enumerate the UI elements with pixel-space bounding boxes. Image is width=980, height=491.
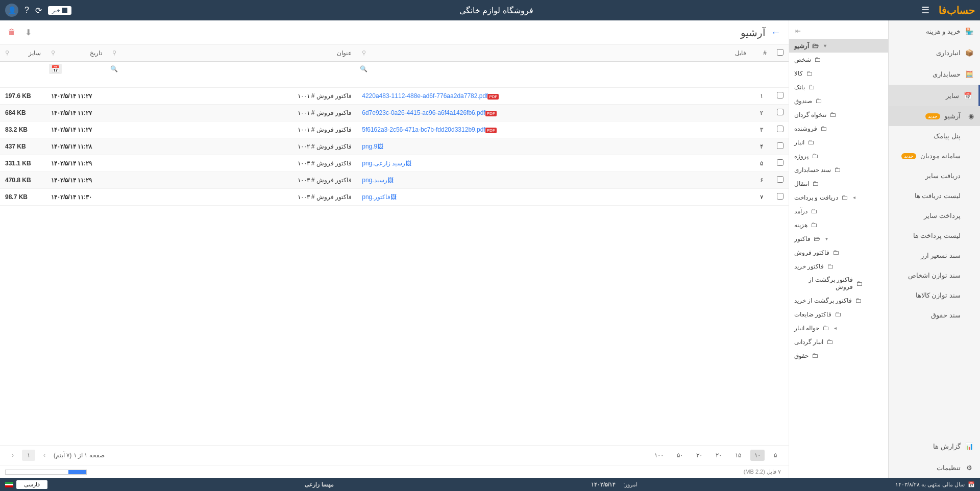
tree-item[interactable]: 🗀فاکتور خرید bbox=[789, 259, 888, 273]
row-checkbox[interactable] bbox=[777, 159, 783, 166]
filter-icon[interactable]: ⚲ bbox=[112, 50, 116, 56]
menu-icon[interactable]: ☰ bbox=[921, 5, 929, 16]
tree-item[interactable]: 🗀صندوق bbox=[789, 94, 888, 108]
filter-icon[interactable]: ⚲ bbox=[362, 50, 366, 56]
sidebar-item[interactable]: حسابداری bbox=[889, 63, 980, 85]
page-size-option[interactable]: ۱۰ bbox=[750, 450, 765, 461]
tree-item[interactable]: 🗀شخص bbox=[789, 53, 888, 66]
page-size-option[interactable]: ۵۰ bbox=[673, 450, 687, 461]
sidebar-item[interactable]: تنظیمات bbox=[889, 457, 980, 478]
col-size[interactable]: ⚲سایز bbox=[0, 45, 46, 62]
sidebar-sub-item[interactable]: سند تسعیر ارز bbox=[889, 245, 980, 265]
filter-title-input[interactable] bbox=[110, 72, 354, 84]
row-checkbox[interactable] bbox=[777, 126, 783, 132]
sidebar-sub-item[interactable]: لیست دریافت ها bbox=[889, 186, 980, 206]
page-size-option[interactable]: ۵ bbox=[770, 450, 781, 461]
refresh-icon[interactable]: ⟳ bbox=[35, 6, 42, 15]
app-header: حسابفا ☰ فروشگاه لوازم خانگی خبر ⟳ ? 👤 bbox=[0, 0, 980, 20]
file-link[interactable]: رسید.png bbox=[362, 177, 387, 184]
pager-prev-icon[interactable]: › bbox=[39, 450, 50, 461]
tree-root-archive[interactable]: ▾ 🗁 آرشیو bbox=[789, 39, 888, 53]
filter-size-input[interactable] bbox=[3, 69, 43, 80]
tree-item[interactable]: 🗀پروژه bbox=[789, 149, 888, 163]
page-size-option[interactable]: ۱۰۰ bbox=[650, 450, 668, 461]
tree-item[interactable]: 🗀انبار bbox=[789, 135, 888, 149]
page-size-option[interactable]: ۱۵ bbox=[731, 450, 745, 461]
tree-item[interactable]: 🗀سند حسابداری bbox=[789, 163, 888, 177]
tree-item[interactable]: 🗀انتقال bbox=[789, 177, 888, 190]
file-link[interactable]: png.9 bbox=[362, 143, 377, 150]
pager-current[interactable]: ۱ bbox=[22, 450, 35, 461]
row-checkbox[interactable] bbox=[777, 142, 783, 149]
file-link[interactable]: 6d7e923c-0a26-4415-ac96-a6f4a1426fb6.pdf bbox=[362, 109, 485, 116]
col-date[interactable]: ⚲تاریخ bbox=[46, 45, 107, 62]
row-checkbox[interactable] bbox=[777, 176, 783, 183]
tree-item[interactable]: 🗀درآمد bbox=[789, 204, 888, 218]
tree-item[interactable]: 🗀هزینه bbox=[789, 218, 888, 232]
sidebar-sub-item[interactable]: سند توازن اشخاص bbox=[889, 265, 980, 285]
tree-item[interactable]: 🗀تنخواه گردان bbox=[789, 108, 888, 121]
tree-item[interactable]: ◂🗀دریافت و پرداخت bbox=[789, 190, 888, 204]
table-row[interactable]: ۱PDF4220a483-1112-488e-ad6f-776aa2da7782… bbox=[0, 88, 789, 105]
filter-icon[interactable]: ⚲ bbox=[5, 50, 9, 56]
col-file[interactable]: ⚲فایل bbox=[357, 45, 751, 62]
select-all-checkbox[interactable] bbox=[777, 49, 783, 56]
row-checkbox[interactable] bbox=[777, 193, 783, 200]
tree-item[interactable]: 🗀بانک bbox=[789, 80, 888, 94]
sidebar-sub-item[interactable]: سند حقوق bbox=[889, 305, 980, 325]
tree-item[interactable]: 🗀فاکتور ضایعات bbox=[789, 307, 888, 321]
table-row[interactable]: ۴🖼png.9فاکتور فروش # ۱۰۰۲۱۴۰۲/۵/۱۴ ۱۱:۲۸… bbox=[0, 138, 789, 155]
filter-date-input[interactable] bbox=[49, 74, 104, 85]
sidebar-item[interactable]: سایر bbox=[889, 85, 980, 106]
tree-item[interactable]: 🗀فاکتور برگشت از خرید bbox=[789, 293, 888, 307]
sidebar-sub-item[interactable]: دریافت سایر bbox=[889, 166, 980, 186]
row-checkbox[interactable] bbox=[777, 92, 783, 99]
filter-file-input[interactable] bbox=[360, 72, 748, 84]
file-link[interactable]: رسید زارعی.png bbox=[362, 160, 405, 167]
table-row[interactable]: ۶🖼رسید.pngفاکتور فروش # ۱۰۰۳۱۴۰۲/۵/۱۴ ۱۱… bbox=[0, 172, 789, 189]
sidebar-sub-item[interactable]: سند توازن کالاها bbox=[889, 285, 980, 305]
help-icon[interactable]: ? bbox=[24, 6, 29, 15]
tree-item[interactable]: 🗀انبار گردانی bbox=[789, 335, 888, 349]
sidebar-item[interactable]: گزارش ها bbox=[889, 435, 980, 457]
tree-item[interactable]: 🗀فروشنده bbox=[789, 121, 888, 135]
news-toggle[interactable]: خبر bbox=[48, 6, 71, 15]
tree-item[interactable]: 🗀حقوق bbox=[789, 349, 888, 362]
sidebar-sub-item[interactable]: پرداخت سایر bbox=[889, 206, 980, 226]
tree-item[interactable]: ▾🗁فاکتور bbox=[789, 232, 888, 245]
row-checkbox[interactable] bbox=[777, 109, 783, 115]
page-size-option[interactable]: ۳۰ bbox=[692, 450, 706, 461]
filter-icon[interactable]: ⚲ bbox=[51, 50, 55, 56]
sidebar-sub-item[interactable]: لیست پرداخت ها bbox=[889, 226, 980, 245]
tree-item[interactable]: 🗀کالا bbox=[789, 66, 888, 80]
table-row[interactable]: ۳PDF5f6162a3-2c56-471a-bc7b-fdd20d3312b9… bbox=[0, 121, 789, 138]
tree-collapse-icon[interactable]: ⇤ bbox=[789, 23, 888, 39]
tree-item[interactable]: 🗀فاکتور برگشت از فروش bbox=[789, 273, 888, 293]
calendar-icon[interactable]: 📅 bbox=[49, 64, 62, 74]
sidebar-sub-item[interactable]: ◉آرشیوجدید bbox=[889, 106, 980, 126]
sidebar-item[interactable]: خرید و هزینه bbox=[889, 20, 980, 42]
avatar[interactable]: 👤 bbox=[5, 4, 18, 17]
pager-next-icon[interactable]: ‹ bbox=[8, 450, 18, 461]
search-icon[interactable]: 🔍 bbox=[360, 65, 368, 72]
table-row[interactable]: ۵🖼رسید زارعی.pngفاکتور فروش # ۱۰۰۳۱۴۰۲/۵… bbox=[0, 155, 789, 172]
table-row[interactable]: ۲PDF6d7e923c-0a26-4415-ac96-a6f4a1426fb6… bbox=[0, 105, 789, 121]
file-link[interactable]: فاکتور.png bbox=[362, 193, 390, 201]
file-link[interactable]: 4220a483-1112-488e-ad6f-776aa2da7782.pdf bbox=[362, 92, 487, 100]
tree-item[interactable]: ◂🗀حواله انبار bbox=[789, 321, 888, 335]
delete-icon[interactable]: 🗑 bbox=[8, 28, 16, 37]
col-title[interactable]: ⚲عنوان bbox=[107, 45, 357, 62]
back-arrow-icon[interactable]: ← bbox=[771, 27, 781, 38]
download-icon[interactable]: ⬇ bbox=[25, 28, 32, 37]
sidebar-item[interactable]: انبارداری bbox=[889, 42, 980, 63]
col-number[interactable]: # bbox=[751, 45, 772, 62]
search-icon[interactable]: 🔍 bbox=[110, 65, 118, 72]
folder-icon: 🗀 bbox=[856, 280, 863, 287]
page-size-option[interactable]: ۲۰ bbox=[712, 450, 726, 461]
tree-item[interactable]: 🗀فاکتور فروش bbox=[789, 245, 888, 259]
sidebar-sub-item[interactable]: سامانه مودیانجدید bbox=[889, 146, 980, 166]
table-row[interactable]: ۷🖼فاکتور.pngفاکتور فروش # ۱۰۰۳۱۴۰۲/۵/۱۴ … bbox=[0, 189, 789, 206]
file-link[interactable]: 5f6162a3-2c56-471a-bc7b-fdd20d3312b9.pdf bbox=[362, 126, 485, 133]
pager: صفحه ۱ از ۱ (۷ آیتم) › ۱ ‹ bbox=[8, 450, 105, 461]
sidebar-sub-item[interactable]: پنل پیامک bbox=[889, 126, 980, 146]
